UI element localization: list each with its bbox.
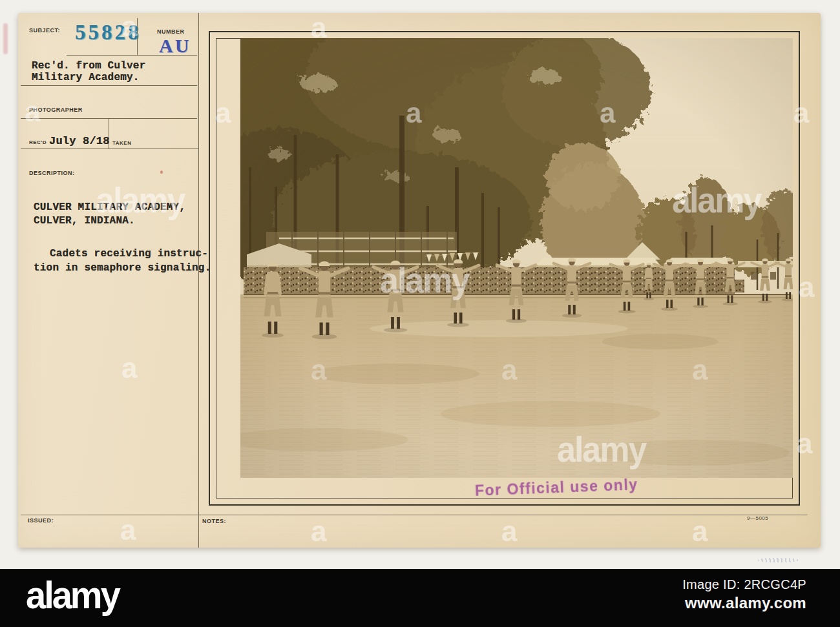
photographer-label: PHOTOGRAPHER <box>29 107 83 113</box>
recd-date: July 8/18 <box>49 135 110 147</box>
rule-recd <box>21 149 198 149</box>
recd-label: REC'D <box>29 139 47 145</box>
subject-number-divider <box>137 18 138 55</box>
alamy-logo: alamy <box>26 573 119 617</box>
column-divider <box>198 13 199 548</box>
received-from-text: Rec'd. from CulverMilitary Academy. <box>32 60 145 83</box>
archive-photo-card: SUBJECT: 55828 NUMBER AU Rec'd. from Cul… <box>18 13 821 548</box>
number-label: NUMBER <box>157 28 185 35</box>
description-caption-1: Cadets receiving instruc- <box>50 248 208 260</box>
rule-subject <box>67 55 197 56</box>
subject-label: SUBJECT: <box>29 27 60 34</box>
stock-photo-page: SUBJECT: 55828 NUMBER AU Rec'd. from Cul… <box>0 0 840 627</box>
description-caption-2: tion in semaphore signaling. <box>34 262 211 274</box>
rule-bottom <box>21 515 808 515</box>
issued-label: ISSUED: <box>28 517 54 524</box>
print-code: 9—5005 <box>747 515 768 521</box>
scan-edge-smudge <box>3 23 8 54</box>
photo-frame <box>209 31 800 506</box>
description-label: DESCRIPTION: <box>29 170 75 176</box>
footer-info: Image ID: 2RCGC4P www.alamy.com <box>682 577 806 612</box>
description-place: CULVER MILITARY ACADEMY,CULVER, INDIANA. <box>34 201 185 228</box>
pencil-notation <box>758 558 798 562</box>
image-id: Image ID: 2RCGC4P <box>682 577 806 592</box>
photograph <box>240 38 793 478</box>
taken-label: TAKEN <box>112 140 131 146</box>
alamy-footer-bar: alamy Image ID: 2RCGC4P www.alamy.com <box>0 569 840 627</box>
notes-label: NOTES: <box>202 518 226 524</box>
number-value: AU <box>159 35 191 57</box>
rule-received <box>21 85 197 86</box>
recd-taken-divider <box>109 118 109 149</box>
red-speck <box>160 170 163 174</box>
alamy-url: www.alamy.com <box>682 594 806 612</box>
subject-number: 55828 <box>75 21 142 45</box>
